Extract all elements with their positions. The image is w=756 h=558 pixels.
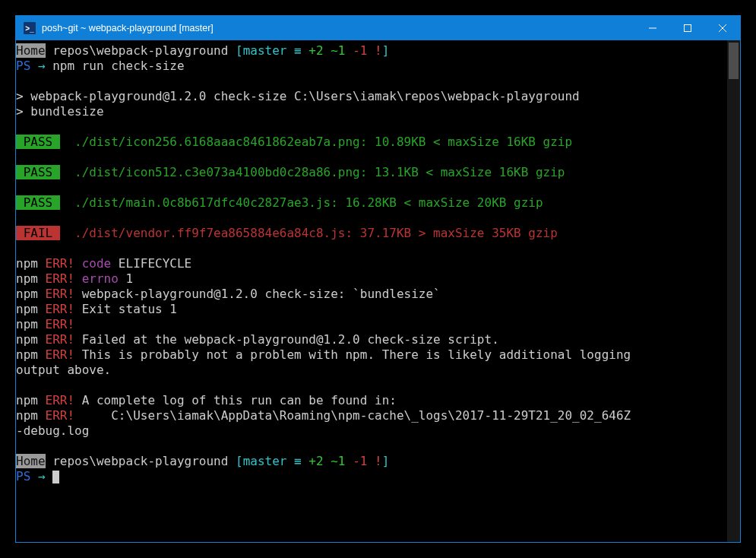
cursor: [52, 471, 59, 483]
prompt-path: repos\webpack-playground: [46, 43, 236, 58]
home-badge: Home: [16, 454, 46, 468]
bracket: [: [236, 454, 243, 468]
prompt-arrow-icon: →: [38, 59, 46, 73]
home-badge: Home: [16, 43, 46, 58]
window-title: posh~git ~ webpack-playground [master]: [42, 23, 214, 33]
ps-label: PS: [16, 469, 38, 483]
err-word: ERR!: [46, 302, 75, 316]
fail-badge: FAIL: [16, 226, 60, 240]
err-val: 1: [126, 271, 134, 286]
maximize-button[interactable]: [670, 16, 705, 40]
npm-script-header: > webpack-playground@1.2.0 check-size C:…: [16, 89, 580, 103]
npm-word: npm: [16, 347, 46, 362]
prompt-path: repos\webpack-playground: [46, 454, 236, 468]
titlebar[interactable]: >_ posh~git ~ webpack-playground [master…: [16, 16, 740, 40]
err-text: A complete log of this run can be found …: [74, 393, 397, 407]
branch-name: master: [243, 454, 287, 468]
npm-script-header: > bundlesize: [16, 104, 104, 119]
err-text: C:\Users\iamak\AppData\Roaming\npm-cache…: [74, 408, 631, 423]
err-word: ERR!: [46, 271, 75, 286]
bracket: ]: [382, 454, 390, 468]
err-text: Failed at the webpack-playground@1.2.0 c…: [74, 332, 499, 347]
npm-word: npm: [16, 332, 46, 347]
npm-word: npm: [16, 302, 46, 316]
result-line: ./dist/icon512.c3e073a4100bd0c28a86.png:…: [60, 165, 565, 179]
err-key: code: [74, 256, 119, 271]
npm-word: npm: [16, 317, 46, 331]
close-button[interactable]: [705, 16, 740, 40]
status-added: +2: [308, 454, 331, 468]
branch-name: master: [243, 43, 287, 58]
err-text: This is probably not a problem with npm.…: [74, 347, 638, 362]
prompt-arrow-icon: →: [38, 469, 52, 483]
err-text: Exit status 1: [74, 302, 177, 316]
result-line: ./dist/icon256.6168aaac8461862eab7a.png:…: [60, 135, 572, 149]
pass-badge: PASS: [16, 135, 60, 149]
app-icon: >_: [24, 22, 36, 34]
svg-rect-1: [685, 25, 691, 32]
status-equiv: ≡: [286, 454, 308, 468]
status-deleted: -1: [353, 454, 375, 468]
err-word: ERR!: [46, 332, 75, 347]
command-line: npm run check-size: [46, 59, 185, 73]
err-val: ELIFECYCLE: [119, 256, 191, 271]
result-line: ./dist/vendor.ff9f7ea865884e6a84c8.js: 3…: [60, 226, 558, 240]
err-text: -debug.log: [16, 423, 89, 438]
scrollbar[interactable]: [727, 40, 740, 542]
err-word: ERR!: [46, 317, 75, 331]
bracket: [: [236, 43, 243, 58]
npm-word: npm: [16, 393, 46, 407]
status-bang: !: [375, 454, 382, 468]
status-equiv: ≡: [286, 43, 308, 58]
npm-word: npm: [16, 256, 46, 271]
err-word: ERR!: [46, 347, 75, 362]
status-deleted: -1: [353, 43, 375, 58]
status-modified: ~1: [331, 43, 353, 58]
npm-word: npm: [16, 287, 46, 301]
pass-badge: PASS: [16, 195, 60, 210]
err-text: webpack-playground@1.2.0 check-size: `bu…: [74, 287, 441, 301]
err-key: errno: [74, 271, 125, 286]
scrollbar-thumb[interactable]: [729, 43, 739, 79]
result-line: ./dist/main.0c8b617dfc40c2827ae3.js: 16.…: [60, 195, 543, 210]
terminal-output[interactable]: Home repos\webpack-playground [master ≡ …: [16, 40, 727, 542]
pass-badge: PASS: [16, 165, 60, 179]
status-added: +2: [308, 43, 331, 58]
minimize-button[interactable]: [635, 16, 670, 40]
ps-label: PS: [16, 59, 38, 73]
err-word: ERR!: [46, 287, 75, 301]
client-area: Home repos\webpack-playground [master ≡ …: [16, 40, 740, 542]
window-frame: >_ posh~git ~ webpack-playground [master…: [15, 15, 741, 543]
err-word: ERR!: [46, 256, 75, 271]
status-bang: !: [375, 43, 382, 58]
bracket: ]: [382, 43, 390, 58]
err-word: ERR!: [46, 408, 75, 423]
err-word: ERR!: [46, 393, 75, 407]
npm-word: npm: [16, 408, 46, 423]
npm-word: npm: [16, 271, 46, 286]
status-modified: ~1: [331, 454, 353, 468]
err-text: output above.: [16, 363, 111, 377]
